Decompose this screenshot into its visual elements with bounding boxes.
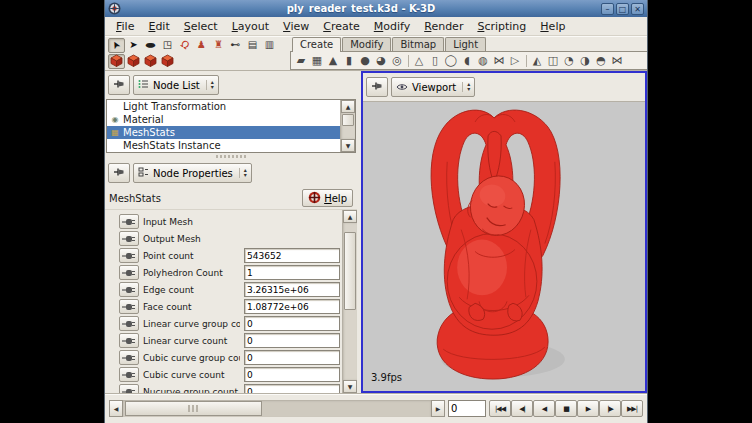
quadric-hemisphere[interactable]: ◑ <box>577 53 593 69</box>
nurbs-hyperboloid[interactable]: ⋈ <box>491 53 507 69</box>
property-plug-button[interactable] <box>119 214 139 229</box>
menu-item[interactable]: View <box>276 19 316 34</box>
quadric-cone[interactable]: ◭ <box>529 53 545 69</box>
scroll-right-icon[interactable]: ▶ <box>431 400 445 417</box>
poly-grid[interactable]: ▦ <box>309 53 325 69</box>
pin-button[interactable] <box>108 75 130 95</box>
frame-number-input[interactable] <box>448 400 486 417</box>
viewport-canvas[interactable]: 3.9fps <box>363 101 645 391</box>
timeline-thumb[interactable] <box>125 401 262 416</box>
timeline-scrollbar[interactable]: ◀ ▶ <box>109 400 445 417</box>
toolbox-tab[interactable]: Modify <box>342 37 391 51</box>
poly-sphere[interactable]: ● <box>357 53 373 69</box>
toolbox-tab[interactable]: Bitmap <box>392 37 444 51</box>
maximize-button[interactable]: □ <box>616 3 629 15</box>
scroll-left-icon[interactable]: ◀ <box>109 400 123 417</box>
menu-item[interactable]: File <box>109 19 141 34</box>
step-backward-button[interactable]: ◀| <box>511 400 533 417</box>
node-list-item[interactable]: Light Transformation <box>107 100 340 113</box>
nurbs-hemisphere[interactable]: ◖ <box>459 53 475 69</box>
poly-sphere-quad[interactable]: ◕ <box>373 53 389 69</box>
poly-cylinder[interactable]: ▮ <box>341 53 357 69</box>
rotate-tool[interactable]: ● <box>142 38 159 53</box>
property-plug-button[interactable] <box>119 299 139 314</box>
select-points-mode[interactable] <box>125 54 142 69</box>
property-plug-button[interactable] <box>119 367 139 382</box>
parent-tool[interactable]: ♟ <box>193 38 210 53</box>
plug-tool[interactable]: ⊷ <box>227 38 244 53</box>
minimize-button[interactable]: – <box>601 3 614 15</box>
snap-tool[interactable]: Ω <box>176 38 193 53</box>
select-lines-mode[interactable] <box>142 54 159 69</box>
select-faces-mode[interactable] <box>159 54 176 69</box>
select-tool[interactable]: ➤ <box>108 38 125 53</box>
property-plug-button[interactable] <box>119 282 139 297</box>
skip-to-end-button[interactable]: ▶▶| <box>621 400 643 417</box>
help-button[interactable]: Help <box>302 189 353 207</box>
menu-item[interactable]: Edit <box>141 19 176 34</box>
play-button[interactable]: ▶ <box>577 400 599 417</box>
node-properties-selector[interactable]: Node Properties ▴▾ <box>133 163 252 183</box>
property-value-input[interactable] <box>244 350 340 365</box>
node-list-item[interactable]: ◉ Material <box>107 113 340 126</box>
scroll-thumb[interactable] <box>342 114 354 126</box>
menu-item[interactable]: Create <box>316 19 367 34</box>
nurbs-cone[interactable]: △ <box>411 53 427 69</box>
quadric-cylinder[interactable]: ◫ <box>545 53 561 69</box>
stop-button[interactable]: ■ <box>555 400 577 417</box>
step-forward-button[interactable]: |▶ <box>599 400 621 417</box>
property-value-input[interactable] <box>244 299 340 314</box>
toolbox-tab[interactable]: Light <box>445 37 486 51</box>
nurbs-cylinder[interactable]: ▯ <box>427 53 443 69</box>
node-list-selector[interactable]: Node List ▴▾ <box>133 75 219 95</box>
viewport-selector[interactable]: Viewport ▴▾ <box>391 77 475 97</box>
node-list-scrollbar[interactable]: ▲ ▼ <box>340 100 355 152</box>
poly-torus[interactable]: ◎ <box>389 53 405 69</box>
menu-item[interactable]: Modify <box>367 19 417 34</box>
nurbs-paraboloid[interactable]: ▷ <box>507 53 523 69</box>
property-value-input[interactable] <box>244 282 340 297</box>
move-tool[interactable]: ➤ <box>125 38 142 53</box>
render-frame-tool[interactable]: ▥ <box>261 38 278 53</box>
nurbs-sphere[interactable]: ◯ <box>443 53 459 69</box>
timeline-track[interactable] <box>123 400 431 417</box>
titlebar[interactable]: ply_reader_test.k3d - K-3D – □ ✕ <box>105 0 647 17</box>
menu-item[interactable]: Render <box>417 19 470 34</box>
property-plug-button[interactable] <box>119 265 139 280</box>
quadric-sphere[interactable]: ◔ <box>561 53 577 69</box>
select-nodes-mode[interactable] <box>108 54 125 69</box>
property-plug-button[interactable] <box>119 248 139 263</box>
node-list-item[interactable]: MeshStats Instance <box>107 139 340 152</box>
property-value-input[interactable] <box>244 333 340 348</box>
close-button[interactable]: ✕ <box>631 3 644 15</box>
property-value-input[interactable] <box>244 384 340 393</box>
property-plug-button[interactable] <box>119 231 139 246</box>
render-preview-tool[interactable]: ▤ <box>244 38 261 53</box>
menu-item[interactable]: Layout <box>225 19 276 34</box>
quadric-torus[interactable]: ◓ <box>593 53 609 69</box>
property-value-input[interactable] <box>244 265 340 280</box>
property-value-input[interactable] <box>244 316 340 331</box>
menu-item[interactable]: Help <box>533 19 572 34</box>
pin-button[interactable] <box>366 77 388 97</box>
play-backward-button[interactable]: ◀ <box>533 400 555 417</box>
node-list-item[interactable]: ▦ MeshStats <box>107 126 340 139</box>
nurbs-disk[interactable]: ◍ <box>475 53 491 69</box>
scroll-down-icon[interactable]: ▼ <box>341 139 355 152</box>
scroll-track[interactable] <box>341 113 355 139</box>
properties-scrollbar[interactable]: ▲ ▼ <box>342 210 357 393</box>
menu-item[interactable]: Scripting <box>470 19 533 34</box>
skip-to-start-button[interactable]: |◀◀ <box>489 400 511 417</box>
scroll-thumb[interactable] <box>344 232 356 309</box>
toolbox-tab[interactable]: Create <box>292 37 341 52</box>
scale-tool[interactable]: ◳ <box>159 38 176 53</box>
property-value-input[interactable] <box>244 248 340 263</box>
pin-button[interactable] <box>108 163 130 183</box>
scroll-down-icon[interactable]: ▼ <box>343 380 357 393</box>
poly-cone[interactable]: ▲ <box>325 53 341 69</box>
property-value-input[interactable] <box>244 367 340 382</box>
property-plug-button[interactable] <box>119 384 139 393</box>
quadric-hyperboloid[interactable]: ⋈ <box>609 53 625 69</box>
unparent-tool[interactable]: ♜ <box>210 38 227 53</box>
scroll-track[interactable] <box>343 223 357 380</box>
